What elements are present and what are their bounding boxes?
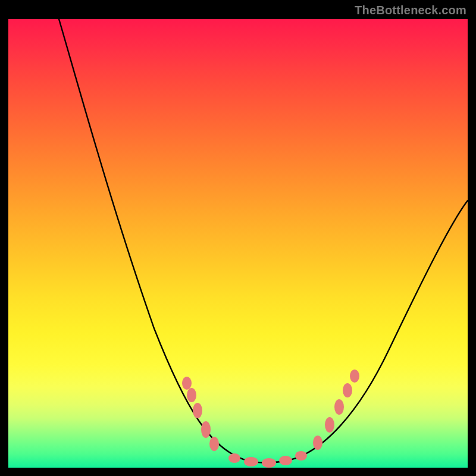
outer-frame: TheBottleneck.com [0, 0, 476, 476]
marker [193, 403, 202, 418]
marker [313, 436, 322, 450]
marker [228, 453, 240, 463]
marker [325, 417, 334, 433]
marker [295, 451, 307, 461]
marker [187, 388, 196, 402]
marker [334, 399, 344, 415]
marker [350, 369, 359, 383]
curve-path [59, 19, 468, 463]
marker [343, 383, 352, 397]
marker [201, 421, 211, 438]
marker [262, 458, 276, 468]
marker [244, 457, 258, 466]
marker [209, 437, 219, 451]
watermark-text: TheBottleneck.com [355, 4, 466, 17]
marker [279, 456, 292, 465]
plot-area [8, 19, 468, 468]
marker [182, 377, 192, 390]
bottleneck-curve [8, 19, 468, 468]
